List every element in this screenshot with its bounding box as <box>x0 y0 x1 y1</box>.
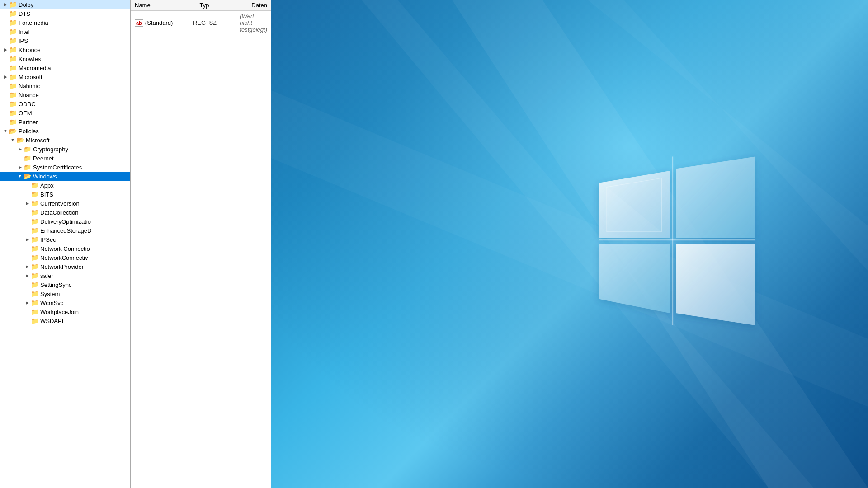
tree-item-fortemedia[interactable]: 📁Fortemedia <box>0 18 130 27</box>
tree-item-wsdapi[interactable]: 📁WSDAPI <box>0 316 130 325</box>
tree-item-ipsec[interactable]: ▶📁IPSec <box>0 235 130 244</box>
expander-currentversion[interactable]: ▶ <box>24 200 31 207</box>
values-header: Name Typ Daten <box>131 0 271 11</box>
tree-item-nuance[interactable]: 📁Nuance <box>0 90 130 99</box>
folder-icon-macromedia: 📁 <box>9 64 17 71</box>
expander-wsdapi[interactable] <box>24 317 31 324</box>
tree-item-nahimic[interactable]: 📁Nahimic <box>0 81 130 90</box>
expander-bits[interactable] <box>24 191 31 198</box>
folder-icon-networkconnectiv: 📁 <box>31 254 38 261</box>
folder-icon-enhancedstoraged: 📁 <box>31 227 38 234</box>
expander-partner[interactable] <box>2 118 9 126</box>
expander-khronos[interactable]: ▶ <box>2 46 9 53</box>
tree-item-partner[interactable]: 📁Partner <box>0 117 130 127</box>
expander-enhancedstoraged[interactable] <box>24 227 31 234</box>
tree-item-khronos[interactable]: ▶📁Khronos <box>0 45 130 54</box>
expander-cryptography[interactable]: ▶ <box>16 145 24 153</box>
tree-item-enhancedstoraged[interactable]: 📁EnhancedStorageD <box>0 226 130 235</box>
tree-item-safer[interactable]: ▶📁safer <box>0 271 130 280</box>
tree-item-policies-microsoft[interactable]: ▼📂Microsoft <box>0 136 130 145</box>
expander-datacollection[interactable] <box>24 209 31 216</box>
expander-windows[interactable]: ▼ <box>16 173 24 180</box>
tree-item-currentversion[interactable]: ▶📁CurrentVersion <box>0 199 130 208</box>
expander-workplacejoin[interactable] <box>24 308 31 315</box>
tree-item-ips[interactable]: 📁IPS <box>0 36 130 45</box>
expander-knowles[interactable] <box>2 55 9 62</box>
folder-icon-safer: 📁 <box>31 272 38 279</box>
tree-item-datacollection[interactable]: 📁DataCollection <box>0 208 130 217</box>
folder-icon-deliveryoptimization: 📁 <box>31 218 38 225</box>
expander-systemcertificates[interactable]: ▶ <box>16 164 24 171</box>
tree-item-networkconnectio[interactable]: 📁Network Connectio <box>0 244 130 253</box>
tree-item-peernet[interactable]: 📁Peernet <box>0 154 130 163</box>
expander-microsoft[interactable]: ▶ <box>2 73 9 80</box>
expander-dts[interactable] <box>2 10 9 17</box>
expander-safer[interactable]: ▶ <box>24 272 31 279</box>
tree-label-fortemedia: Fortemedia <box>19 19 48 26</box>
tree-item-wcmsvc[interactable]: ▶📁WcmSvc <box>0 298 130 307</box>
expander-peernet[interactable] <box>16 155 24 162</box>
tree-item-dts[interactable]: 📁DTS <box>0 9 130 18</box>
tree-item-workplacejoin[interactable]: 📁WorkplaceJoin <box>0 307 130 316</box>
tree-item-knowles[interactable]: 📁Knowles <box>0 54 130 63</box>
expander-networkprovider[interactable]: ▶ <box>24 263 31 270</box>
tree-label-nuance: Nuance <box>19 92 39 99</box>
tree-item-oem[interactable]: 📁OEM <box>0 108 130 117</box>
tree-label-networkprovider: NetworkProvider <box>40 263 84 270</box>
tree-item-networkconnectiv[interactable]: 📁NetworkConnectiv <box>0 253 130 262</box>
tree-label-ips: IPS <box>19 38 28 44</box>
value-row[interactable]: ab(Standard)REG_SZ(Wert nicht festgelegt… <box>131 11 271 35</box>
expander-settingsync[interactable] <box>24 281 31 288</box>
tree-label-currentversion: CurrentVersion <box>40 200 80 207</box>
tree-item-policies[interactable]: ▼📂Policies <box>0 127 130 136</box>
expander-ipsec[interactable]: ▶ <box>24 236 31 243</box>
expander-macromedia[interactable] <box>2 64 9 71</box>
tree-item-odbc[interactable]: 📁ODBC <box>0 99 130 108</box>
expander-deliveryoptimization[interactable] <box>24 218 31 225</box>
tree-item-networkprovider[interactable]: ▶📁NetworkProvider <box>0 262 130 271</box>
col-name-header: Name <box>135 2 200 9</box>
tree-label-peernet: Peernet <box>33 155 54 162</box>
expander-dolby[interactable]: ▶ <box>2 1 9 8</box>
expander-ips[interactable] <box>2 37 9 44</box>
folder-icon-bits: 📁 <box>31 191 38 198</box>
expander-networkconnectiv[interactable] <box>24 254 31 261</box>
tree-item-appx[interactable]: 📁Appx <box>0 181 130 190</box>
tree-item-macromedia[interactable]: 📁Macromedia <box>0 63 130 72</box>
svg-rect-0 <box>271 0 868 488</box>
tree-item-microsoft[interactable]: ▶📁Microsoft <box>0 72 130 81</box>
tree-label-khronos: Khronos <box>19 47 40 53</box>
expander-odbc[interactable] <box>2 100 9 108</box>
tree-label-networkconnectiv: NetworkConnectiv <box>40 254 88 261</box>
tree-item-system[interactable]: 📁System <box>0 289 130 298</box>
expander-oem[interactable] <box>2 109 9 117</box>
expander-fortemedia[interactable] <box>2 19 9 26</box>
tree-pane[interactable]: ▶📁Dolby📁DTS📁Fortemedia📁Intel📁IPS▶📁Khrono… <box>0 0 131 488</box>
tree-label-macromedia: Macromedia <box>19 65 51 71</box>
tree-label-deliveryoptimization: DeliveryOptimizatio <box>40 218 91 225</box>
expander-nuance[interactable] <box>2 91 9 99</box>
expander-appx[interactable] <box>24 182 31 189</box>
folder-icon-intel: 📁 <box>9 28 17 35</box>
value-name-text: (Standard) <box>145 19 173 26</box>
tree-item-windows[interactable]: ▼📂Windows <box>0 172 130 181</box>
tree-item-cryptography[interactable]: ▶📁Cryptography <box>0 145 130 154</box>
tree-label-workplacejoin: WorkplaceJoin <box>40 309 79 315</box>
tree-item-systemcertificates[interactable]: ▶📁SystemCertificates <box>0 163 130 172</box>
tree-item-dolby[interactable]: ▶📁Dolby <box>0 0 130 9</box>
expander-intel[interactable] <box>2 28 9 35</box>
tree-item-deliveryoptimization[interactable]: 📁DeliveryOptimizatio <box>0 217 130 226</box>
expander-policies[interactable]: ▼ <box>2 127 9 135</box>
folder-icon-odbc: 📁 <box>9 100 17 108</box>
expander-wcmsvc[interactable]: ▶ <box>24 299 31 306</box>
tree-item-settingsync[interactable]: 📁SettingSync <box>0 280 130 289</box>
tree-item-intel[interactable]: 📁Intel <box>0 27 130 36</box>
tree-item-bits[interactable]: 📁BITS <box>0 190 130 199</box>
expander-networkconnectio[interactable] <box>24 245 31 252</box>
expander-policies-microsoft[interactable]: ▼ <box>9 136 16 144</box>
tree-label-networkconnectio: Network Connectio <box>40 245 90 252</box>
tree-label-dolby: Dolby <box>19 1 33 8</box>
expander-system[interactable] <box>24 290 31 297</box>
tree-label-dts: DTS <box>19 10 30 17</box>
expander-nahimic[interactable] <box>2 82 9 89</box>
